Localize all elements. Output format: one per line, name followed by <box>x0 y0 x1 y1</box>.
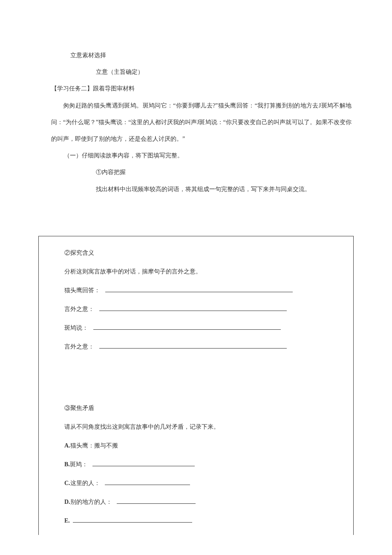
step1-instruction: 找出材料中出现频率较高的词语，将其组成一句完整的话，写下来并与同桌交流。 <box>38 181 354 198</box>
item-e-prefix: E. <box>64 517 70 524</box>
owl-answer-blank[interactable] <box>105 286 293 292</box>
step3-instruction: 请从不同角度找出这则寓言故事中的几对矛盾，记录下来。 <box>64 418 340 436</box>
item-b: B.斑鸠： <box>64 456 340 474</box>
item-a-text: 猫头鹰：搬与不搬 <box>70 442 118 449</box>
implication-label-2: 言外之意： <box>64 343 94 350</box>
item-a: A.猫头鹰：搬与不搬 <box>64 437 340 455</box>
heading-material: 立意素材选择 <box>38 47 354 64</box>
dove-says-row: 斑鸠说： <box>64 319 340 337</box>
owl-answer-label: 猫头鹰回答： <box>64 287 100 293</box>
step3-instruction-text: 请从不同角度找出这则寓言故事中的几对矛盾，记录下来。 <box>64 424 219 430</box>
step2-instruction: 分析这则寓言故事中的对话，揣摩句子的言外之意。 <box>64 263 340 281</box>
implication-row-1: 言外之意： <box>64 300 340 318</box>
step1-title-text: ①内容把握 <box>96 169 126 175</box>
step2-title: ②探究含义 <box>64 244 340 262</box>
item-a-prefix: A. <box>64 442 70 449</box>
heading-theme: 立意（主旨确定） <box>38 64 354 80</box>
analysis-box: ②探究含义 分析这则寓言故事中的对话，揣摩句子的言外之意。 猫头鹰回答： 言外之… <box>38 236 354 535</box>
step1-title: ①内容把握 <box>38 164 354 180</box>
dove-says-blank[interactable] <box>93 324 281 330</box>
owl-answer-row: 猫头鹰回答： <box>64 282 340 299</box>
box-spacer <box>64 357 340 399</box>
item-c-blank[interactable] <box>105 479 190 485</box>
heading-theme-text: 立意（主旨确定） <box>96 69 144 75</box>
story-text: 匆匆赶路的猫头鹰遇到斑鸠。斑鸠问它：“你要到哪儿去?”猫头鹰回答：“我打算搬到别… <box>51 102 352 142</box>
item-b-text: 斑鸠： <box>70 461 88 468</box>
heading-text: 立意素材选择 <box>70 52 106 58</box>
step3-title: ③聚焦矛盾 <box>64 399 340 417</box>
item-d-text: 别的地方的人： <box>70 499 112 505</box>
implication-blank-2[interactable] <box>99 343 287 349</box>
implication-row-2: 言外之意： <box>64 338 340 356</box>
task-header: 【学习任务二】跟着导图审材料 <box>38 80 354 97</box>
step2-title-text: ②探究含义 <box>64 250 94 256</box>
item-d: D.别的地方的人： <box>64 493 340 511</box>
step2-instruction-text: 分析这则寓言故事中的对话，揣摩句子的言外之意。 <box>64 268 202 275</box>
item-d-blank[interactable] <box>117 498 196 504</box>
item-c-text: 这里的人： <box>70 480 100 486</box>
section-one-text: （一）仔细阅读故事内容，将下图填写完整。 <box>64 152 183 159</box>
item-e: E. <box>64 512 340 530</box>
item-b-blank[interactable] <box>92 460 195 466</box>
task-header-text: 【学习任务二】跟着导图审材料 <box>51 85 135 92</box>
item-c-prefix: C. <box>64 480 70 486</box>
implication-label-1: 言外之意： <box>64 306 94 312</box>
item-b-prefix: B. <box>64 461 70 468</box>
item-e-blank[interactable] <box>73 517 192 523</box>
step3-title-text: ③聚焦矛盾 <box>64 405 94 411</box>
item-c: C.这里的人： <box>64 474 340 492</box>
implication-blank-1[interactable] <box>99 305 287 311</box>
step1-instruction-text: 找出材料中出现频率较高的词语，将其组成一句完整的话，写下来并与同桌交流。 <box>96 186 311 192</box>
item-d-prefix: D. <box>64 499 70 505</box>
dove-says-label: 斑鸠说： <box>64 325 88 331</box>
story-paragraph: 匆匆赶路的猫头鹰遇到斑鸠。斑鸠问它：“你要到哪儿去?”猫头鹰回答：“我打算搬到别… <box>38 97 354 148</box>
spacer <box>38 198 354 232</box>
section-one: （一）仔细阅读故事内容，将下图填写完整。 <box>38 147 354 164</box>
